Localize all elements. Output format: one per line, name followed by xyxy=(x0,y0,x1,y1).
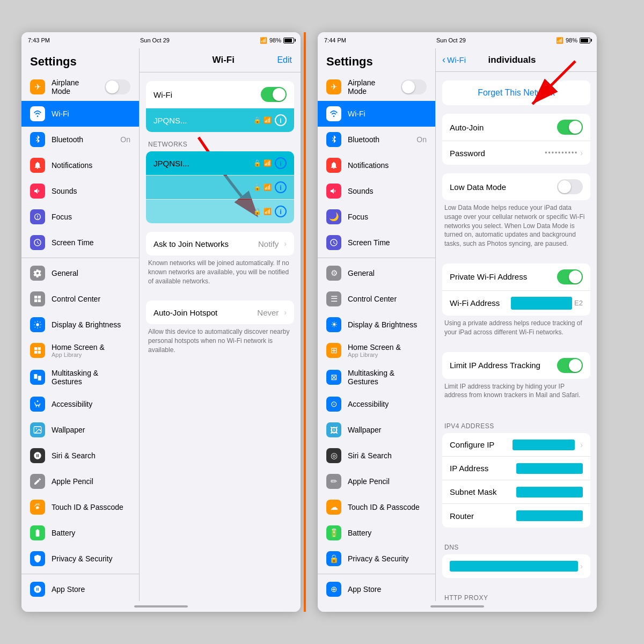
ask-join-chevron: › xyxy=(284,239,287,248)
airplane-label-right: Airplane Mode xyxy=(348,78,394,96)
sidebar-item-wifi-left[interactable]: Wi-Fi xyxy=(21,101,139,127)
sidebar-item-privacy-left[interactable]: Privacy & Security xyxy=(21,546,139,572)
dns-row[interactable]: › xyxy=(442,554,590,578)
private-wifi-row[interactable]: Private Wi-Fi Address xyxy=(442,264,590,291)
airplane-icon-left: ✈ xyxy=(30,79,45,94)
sidebar-item-sounds-right[interactable]: Sounds xyxy=(318,178,435,204)
wallpaper-icon-right: 🖼 xyxy=(326,422,341,437)
control-label-right: Control Center xyxy=(348,295,427,303)
screentime-label-right: Screen Time xyxy=(348,238,427,247)
sidebar-item-general-right[interactable]: ⚙ General xyxy=(318,260,435,286)
multitasking-label-right: Multitasking & Gestures xyxy=(348,369,427,386)
network-row-3[interactable]: 🔒 📶 i xyxy=(146,200,294,223)
sidebar-item-privacy-right[interactable]: 🔒 Privacy & Security xyxy=(318,546,435,572)
sidebar-item-touchid-right[interactable]: ☁ Touch ID & Passcode xyxy=(318,494,435,520)
low-data-toggle[interactable] xyxy=(557,179,583,194)
accessibility-icon-right: ⊙ xyxy=(326,397,341,412)
sidebar-item-siri-right[interactable]: ◎ Siri & Search xyxy=(318,443,435,469)
sidebar-item-wallpaper-left[interactable]: Wallpaper xyxy=(21,417,139,443)
sidebar-item-accessibility-left[interactable]: Accessibility xyxy=(21,391,139,417)
password-row[interactable]: Password •••••••••• › xyxy=(442,141,590,165)
battery-icon-sidebar-right: 🔋 xyxy=(326,525,341,540)
sidebar-item-control-left[interactable]: Control Center xyxy=(21,286,139,312)
airplane-toggle-left[interactable] xyxy=(105,79,130,94)
info-btn-1[interactable]: i xyxy=(275,157,287,169)
info-btn-2[interactable]: i xyxy=(275,181,287,193)
network-row-2[interactable]: 🔒 📶 i xyxy=(146,175,294,200)
limit-ip-label: Limit IP Address Tracking xyxy=(450,361,557,370)
ask-join-desc: Known networks will be joined automatica… xyxy=(140,255,301,292)
sidebar-item-appstore-right[interactable]: ⊕ App Store xyxy=(318,576,435,601)
subnet-value xyxy=(516,487,583,497)
sidebar-item-focus-left[interactable]: Focus xyxy=(21,204,139,230)
wifi-panel-left: Wi-Fi Edit Wi-Fi JPQNS... xyxy=(140,48,301,601)
sidebar-item-wifi-right[interactable]: Wi-Fi xyxy=(318,101,435,127)
airplane-toggle-right[interactable] xyxy=(401,79,427,94)
configure-ip-row[interactable]: Configure IP › xyxy=(442,433,590,457)
sidebar-item-pencil-left[interactable]: Apple Pencil xyxy=(21,469,139,494)
wifi-signal-connected: 📶 xyxy=(264,116,272,124)
sounds-icon-right xyxy=(326,184,341,199)
connected-network-row[interactable]: JPQNS... 🔒 📶 i xyxy=(146,108,294,132)
svg-point-5 xyxy=(36,428,37,429)
ask-join-value: Notify xyxy=(258,239,279,248)
sidebar-item-general-left[interactable]: General xyxy=(21,260,139,286)
private-wifi-toggle[interactable] xyxy=(557,269,583,284)
wifi-icon-status: 📶 xyxy=(260,37,267,44)
wifi-toggle-label: Wi-Fi xyxy=(153,90,261,99)
sidebar-item-bluetooth-right[interactable]: Bluetooth On xyxy=(318,127,435,152)
sidebar-item-battery-right[interactable]: 🔋 Battery xyxy=(318,520,435,546)
sidebar-item-airplane-left[interactable]: ✈ Airplane Mode xyxy=(21,73,139,101)
ask-join-section: Ask to Join Networks Notify › Known netw… xyxy=(140,232,301,292)
sidebar-item-siri-left[interactable]: Siri & Search xyxy=(21,443,139,469)
sidebar-item-accessibility-right[interactable]: ⊙ Accessibility xyxy=(318,391,435,417)
low-data-row[interactable]: Low Data Mode xyxy=(442,173,590,200)
sidebar-item-notifications-right[interactable]: Notifications xyxy=(318,152,435,178)
edit-button[interactable]: Edit xyxy=(277,55,292,65)
sidebar-item-control-right[interactable]: ☰ Control Center xyxy=(318,286,435,312)
sidebar-item-wallpaper-right[interactable]: 🖼 Wallpaper xyxy=(318,417,435,443)
info-btn-connected[interactable]: i xyxy=(275,114,287,126)
siri-label-right: Siri & Search xyxy=(348,451,427,460)
separator2-left xyxy=(21,574,139,574)
sidebar-item-homescreen-left[interactable]: Home Screen & App Library xyxy=(21,338,139,363)
svg-rect-1 xyxy=(34,374,37,379)
wifi-toggle[interactable] xyxy=(261,87,287,102)
sidebar-item-bluetooth-left[interactable]: Bluetooth On xyxy=(21,127,139,152)
sidebar-item-touchid-left[interactable]: Touch ID & Passcode xyxy=(21,494,139,520)
limit-ip-toggle[interactable] xyxy=(557,358,583,373)
info-btn-3[interactable]: i xyxy=(275,206,287,217)
subnet-row: Subnet Mask xyxy=(442,480,590,504)
sidebar-item-display-left[interactable]: Display & Brightness xyxy=(21,312,139,338)
sidebar-item-battery-left[interactable]: Battery xyxy=(21,520,139,546)
sidebar-item-appstore-left[interactable]: App Store xyxy=(21,576,139,601)
sidebar-item-pencil-right[interactable]: ✏ Apple Pencil xyxy=(318,469,435,494)
sidebar-item-focus-right[interactable]: 🌙 Focus xyxy=(318,204,435,230)
auto-join-row[interactable]: Auto-Join Hotspot Never › xyxy=(146,301,294,324)
auto-join-toggle[interactable] xyxy=(557,120,583,135)
network-row-1[interactable]: JPQNSI... 🔒 📶 i xyxy=(146,151,294,175)
dns-section: DNS › xyxy=(436,536,597,578)
sidebar-item-display-right[interactable]: ☀ Display & Brightness xyxy=(318,312,435,338)
password-dots: •••••••••• xyxy=(545,149,578,157)
sidebar-item-homescreen-right[interactable]: ⊞ Home Screen & App Library xyxy=(318,338,435,363)
limit-ip-row[interactable]: Limit IP Address Tracking xyxy=(442,352,590,379)
network3-highlight xyxy=(146,200,294,223)
home-indicator-right xyxy=(318,601,597,612)
sidebar-item-notifications-left[interactable]: Notifications xyxy=(21,152,139,178)
password-chevron: › xyxy=(580,149,583,157)
sidebar-item-screentime-right[interactable]: Screen Time xyxy=(318,230,435,255)
display-label-right: Display & Brightness xyxy=(348,320,427,329)
bluetooth-label-right: Bluetooth xyxy=(348,135,410,144)
sidebar-item-screentime-left[interactable]: Screen Time xyxy=(21,230,139,255)
ask-join-row[interactable]: Ask to Join Networks Notify › xyxy=(146,232,294,255)
sidebar-item-sounds-left[interactable]: Sounds xyxy=(21,178,139,204)
sidebar-item-multitasking-left[interactable]: Multitasking & Gestures xyxy=(21,363,139,391)
wifi-toggle-row[interactable]: Wi-Fi xyxy=(146,81,294,108)
pencil-label-left: Apple Pencil xyxy=(52,477,130,486)
sidebar-item-multitasking-right[interactable]: ⊠ Multitasking & Gestures xyxy=(318,363,435,391)
display-label-left: Display & Brightness xyxy=(52,320,130,329)
sidebar-item-airplane-right[interactable]: ✈ Airplane Mode xyxy=(318,73,435,101)
back-button[interactable]: ‹ Wi-Fi xyxy=(442,54,466,65)
connected-network-name: JPQNS... xyxy=(153,116,253,125)
